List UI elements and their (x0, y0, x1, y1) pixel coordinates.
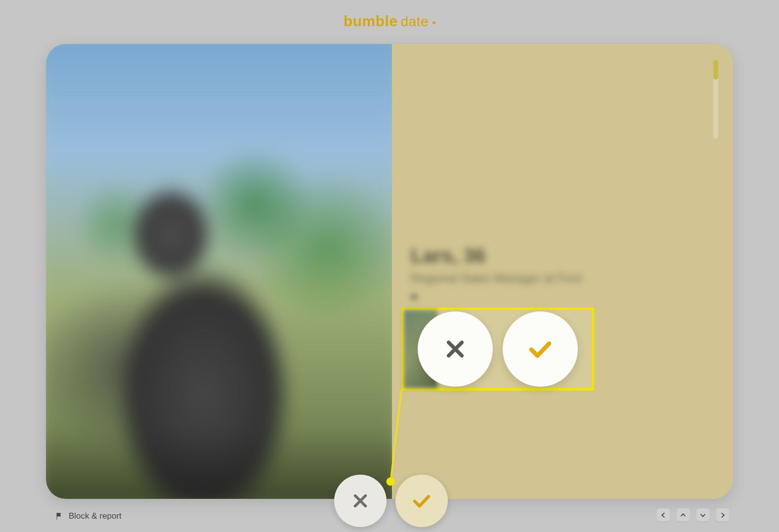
profile-age: 36 (464, 245, 486, 266)
profile-name: Lars (411, 245, 453, 266)
x-icon (351, 492, 369, 510)
profile-card: Lars, 36 Regional Sales Manager at Ford … (46, 44, 733, 499)
profile-name-age: Lars, 36 (411, 245, 485, 267)
callout-pass-button (418, 311, 493, 387)
arrow-left-icon (660, 512, 667, 519)
profile-detail-icon: ■ (411, 290, 417, 303)
key-up (676, 508, 690, 522)
arrow-down-icon (699, 512, 706, 519)
flag-icon (56, 512, 63, 520)
app-logo: bumble date (344, 13, 435, 30)
swipe-actions (334, 475, 448, 527)
profile-occupation: Regional Sales Manager at Ford (411, 271, 582, 285)
brand-name: bumble (344, 13, 398, 30)
arrow-right-icon (719, 512, 726, 519)
block-report-button[interactable]: Block & report (56, 511, 122, 521)
pass-button[interactable] (334, 475, 387, 527)
check-icon (527, 336, 554, 362)
arrow-up-icon (680, 512, 687, 519)
callout-like-button (503, 311, 578, 387)
scrollbar-thumb[interactable] (713, 60, 718, 80)
profile-info-panel[interactable]: Lars, 36 Regional Sales Manager at Ford … (392, 44, 733, 499)
key-right (716, 508, 730, 522)
brand-dot-icon (433, 21, 435, 24)
check-icon (411, 490, 432, 511)
key-left (656, 508, 670, 522)
block-report-label: Block & report (69, 511, 122, 521)
brand-mode: date (401, 14, 429, 30)
profile-photo[interactable] (46, 44, 401, 499)
key-down (696, 508, 710, 522)
like-button[interactable] (395, 475, 448, 527)
keyboard-hints (656, 508, 730, 522)
annotation-callout (401, 308, 594, 391)
x-icon (444, 338, 467, 360)
